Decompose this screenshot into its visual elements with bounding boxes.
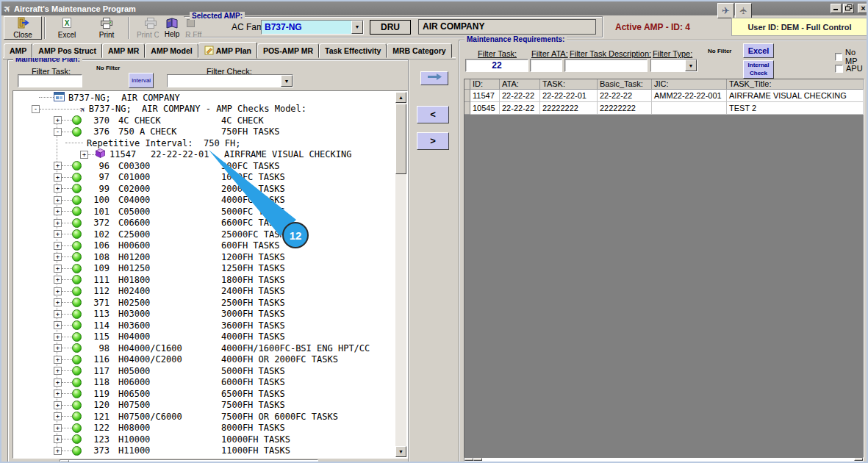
scroll-down-icon[interactable]: ▼: [395, 446, 406, 457]
chevron-down-icon[interactable]: ▼: [351, 21, 363, 34]
move-left-button[interactable]: <: [417, 106, 449, 123]
ac-family-combobox[interactable]: B737-NG ▼: [261, 20, 364, 35]
scroll-left-button[interactable]: [465, 458, 473, 461]
scroll-up-icon[interactable]: ▲: [395, 92, 406, 103]
expand-icon[interactable]: +: [54, 390, 62, 398]
tree-item-115[interactable]: +115H040004000FH TASKS: [14, 331, 395, 343]
expand-icon[interactable]: +: [54, 265, 62, 273]
expand-icon[interactable]: +: [54, 253, 62, 261]
tree-item-117[interactable]: +117H050005000FH TASKS: [14, 365, 395, 377]
collapse-icon[interactable]: -: [54, 128, 62, 136]
scroll-left-button[interactable]: [60, 460, 69, 463]
column-header-ata[interactable]: ATA:: [500, 79, 540, 90]
tree-item-118[interactable]: +118H060006000FH TASKS: [14, 377, 395, 389]
tree-item-partial[interactable]: +: [14, 456, 395, 457]
tree-item-112[interactable]: +112H024002400FH TASKS: [14, 286, 395, 298]
req-filter-desc-input[interactable]: [564, 59, 648, 72]
tree-item-123[interactable]: +123H1000010000FH TASKS: [14, 434, 395, 445]
tree-item-99[interactable]: +99C020002000FC TASKS: [14, 183, 395, 195]
checkbox-unchecked-icon[interactable]: [835, 65, 843, 73]
tree-item-373[interactable]: +373H1100011000FH TASKS: [14, 445, 395, 457]
tree-vertical-scrollbar[interactable]: ▲ ▼: [395, 92, 406, 457]
expand-icon[interactable]: +: [54, 173, 62, 182]
table-horizontal-scrollbar[interactable]: [464, 457, 864, 462]
expand-icon[interactable]: +: [54, 435, 62, 443]
column-header-id[interactable]: ID:: [470, 79, 500, 90]
tree-item-106[interactable]: +106H00600600FH TASKS: [14, 240, 395, 252]
collapse-icon[interactable]: -: [32, 105, 40, 113]
req-filter-type-combobox[interactable]: ▼: [650, 59, 697, 72]
excel-export-button[interactable]: Excel: [743, 43, 774, 58]
expand-icon[interactable]: +: [54, 310, 62, 318]
tree-item-114[interactable]: +114H036003600FH TASKS: [14, 320, 395, 331]
toolbar-button-print[interactable]: Print: [87, 16, 126, 40]
tab-mrb-category[interactable]: MRB Category: [387, 43, 451, 58]
tree-item-122[interactable]: +122H080008000FH TASKS: [14, 423, 395, 434]
scroll-right-button[interactable]: [854, 458, 863, 461]
tab-amp-model[interactable]: AMP Model: [145, 43, 198, 58]
expand-icon[interactable]: +: [54, 333, 62, 341]
expand-icon[interactable]: +: [54, 344, 62, 352]
tree-item-96[interactable]: +96C00300300FC TASKS: [14, 160, 395, 172]
expand-icon[interactable]: +: [54, 287, 62, 295]
tree-item-interval[interactable]: Repetitive Interval: 750 FH;: [14, 137, 395, 149]
tree-item-model[interactable]: -✈B737-NG; AIR COMPANY - AMP Checks Mode…: [14, 104, 395, 115]
window-minimize-button[interactable]: [831, 4, 842, 13]
expand-icon[interactable]: +: [54, 162, 62, 170]
tab-amp-pos-struct[interactable]: AMP Pos Struct: [32, 43, 102, 58]
tree-item-102[interactable]: +102C2500025000FC TASKS: [14, 229, 395, 240]
expand-icon[interactable]: +: [54, 230, 62, 238]
req-filter-task-input[interactable]: [465, 59, 528, 72]
tree-horizontal-scrollbar[interactable]: [60, 459, 318, 463]
expand-icon[interactable]: +: [54, 412, 62, 420]
window-close-button[interactable]: ×: [858, 4, 868, 13]
expand-icon[interactable]: +: [54, 276, 62, 284]
help-button[interactable]: Help: [159, 17, 185, 39]
expand-icon[interactable]: +: [54, 356, 62, 364]
tree-item-111[interactable]: +111H018001800FH TASKS: [14, 274, 395, 286]
tree-item-372[interactable]: +372C066006600FC TASKS: [14, 218, 395, 229]
tab-pos-amp-mr[interactable]: POS-AMP MR: [257, 43, 319, 58]
tree-item-109[interactable]: +109H012501250FH TASKS: [14, 263, 395, 275]
tree-item-119[interactable]: +119H065006500FH TASKS: [14, 388, 395, 400]
window-restore-button[interactable]: [843, 4, 854, 13]
expand-icon[interactable]: +: [80, 151, 88, 159]
tree-item-370[interactable]: +3704C CHECK4C CHECK: [14, 115, 395, 126]
checkbox-no-mp[interactable]: No MP: [835, 48, 867, 65]
expand-icon[interactable]: +: [54, 219, 62, 227]
expand-icon[interactable]: +: [54, 184, 62, 193]
tree-item-root[interactable]: B737-NG; AIR COMPANY: [14, 92, 395, 104]
interval-button[interactable]: Interval: [129, 73, 154, 88]
table-row[interactable]: 1154722-22-2222-22-22-0122-22-22AMM22-22…: [465, 90, 864, 102]
column-header-task[interactable]: TASK:: [540, 79, 598, 90]
tab-amp-plan[interactable]: AMP Plan: [198, 42, 257, 59]
tab-amp-mr[interactable]: AMP MR: [102, 43, 145, 58]
expand-icon[interactable]: +: [54, 424, 62, 432]
toolbar-button-close[interactable]: Close: [4, 16, 42, 40]
expand-icon[interactable]: +: [54, 321, 62, 329]
tab-task-effectivity[interactable]: Task Effectivity: [319, 43, 387, 58]
scroll-left-button-2[interactable]: [473, 458, 482, 461]
expand-icon[interactable]: +: [54, 447, 62, 455]
expand-icon[interactable]: +: [54, 196, 62, 204]
transfer-arrow-button[interactable]: [420, 71, 448, 85]
expand-icon[interactable]: +: [54, 116, 62, 124]
column-header-jic[interactable]: JIC:: [652, 79, 727, 90]
checkbox-apu[interactable]: APU: [835, 64, 863, 73]
tree-item-121[interactable]: +121H07500/C60007500FH OR 6000FC TASKS: [14, 411, 395, 423]
expand-icon[interactable]: +: [54, 207, 62, 215]
tree-item-11547[interactable]: +1154722-22-22-01AIRFRAME VISUAL CHECKIN…: [14, 149, 395, 161]
expand-icon[interactable]: +: [54, 298, 62, 306]
checkbox-unchecked-icon[interactable]: [835, 53, 842, 61]
chevron-down-icon[interactable]: ▼: [281, 75, 293, 87]
expand-icon[interactable]: +: [54, 401, 62, 409]
tree-item-100[interactable]: +100C040004000FC TASKS: [14, 195, 395, 207]
filter-task-input[interactable]: [18, 74, 82, 87]
toolbar-button-excel[interactable]: XExcel: [48, 16, 86, 40]
tree-item-371[interactable]: +371H025002500FH TASKS: [14, 297, 395, 309]
tree-item-97[interactable]: +97C010001000FC TASKS: [14, 172, 395, 184]
tree-item-113[interactable]: +113H030003000FH TASKS: [14, 309, 395, 320]
tree-item-116[interactable]: +116H04000/C20004000FH OR 2000FC TASKS: [14, 354, 395, 366]
column-header-basic-task[interactable]: Basic_Task:: [598, 79, 652, 90]
internal-check-button[interactable]: Internal Check: [743, 60, 774, 79]
